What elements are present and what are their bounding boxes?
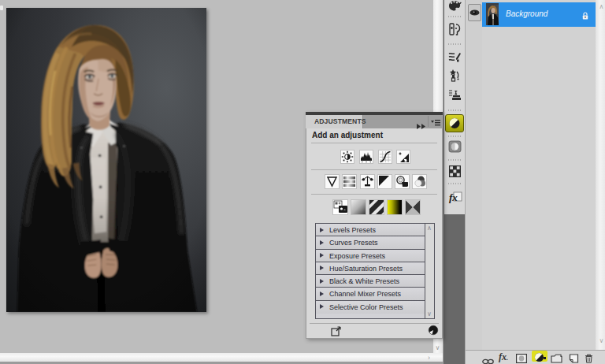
- svg-text:fx: fx: [449, 191, 458, 203]
